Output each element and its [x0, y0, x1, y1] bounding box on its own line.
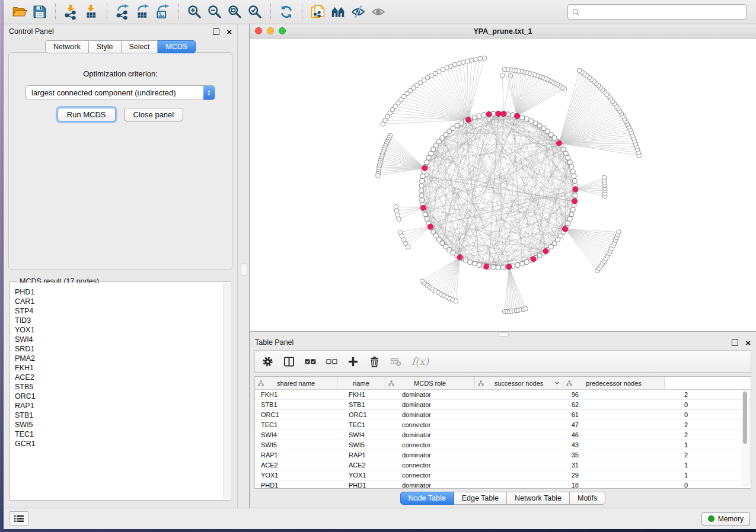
table-cell[interactable]: SWI5 — [255, 440, 343, 450]
table-scrollbar[interactable] — [742, 390, 749, 486]
table-cell[interactable]: 96 — [491, 390, 587, 399]
zoom-fit-button[interactable] — [225, 2, 245, 21]
table-cell[interactable]: 62 — [491, 400, 587, 409]
network-canvas[interactable] — [250, 39, 756, 331]
zoom-selected-button[interactable] — [245, 2, 265, 21]
table-cell[interactable]: connector — [396, 460, 491, 470]
mcds-result-item[interactable]: SRD1 — [15, 344, 230, 354]
export-network-button[interactable] — [113, 2, 133, 21]
table-cell[interactable]: 2 — [587, 420, 696, 430]
table-cell[interactable]: dominator — [396, 410, 491, 419]
export-image-button[interactable] — [153, 2, 173, 21]
mcds-result-list[interactable]: PHD1CAR1STP4TID3YOX1SWI4SRD1PMA2FKH1ACE2… — [11, 283, 230, 499]
mcds-result-item[interactable]: YOX1 — [15, 325, 230, 335]
table-cell[interactable]: ACE2 — [255, 460, 343, 470]
table-cell[interactable]: 46 — [491, 430, 587, 440]
zoom-out-button[interactable] — [205, 2, 225, 21]
table-cell[interactable]: 2 — [587, 450, 696, 460]
table-cell[interactable]: RAP1 — [255, 450, 343, 460]
tab-node-table[interactable]: Node Table — [400, 492, 454, 505]
window-minimize-icon[interactable] — [267, 27, 274, 34]
float-panel-icon[interactable] — [732, 339, 738, 346]
mcds-result-item[interactable]: ACE2 — [15, 373, 230, 382]
optimization-criterion-select[interactable]: largest connected component (undirected) — [25, 85, 215, 100]
mcds-result-item[interactable]: STB1 — [15, 411, 230, 420]
table-cell[interactable]: TEC1 — [343, 420, 396, 430]
table-cell[interactable]: 61 — [491, 410, 587, 419]
select-all-button[interactable] — [305, 356, 316, 367]
vertical-splitter[interactable] — [238, 24, 250, 508]
table-row[interactable]: RAP1RAP1dominator352 — [255, 450, 751, 460]
float-panel-icon[interactable] — [213, 28, 219, 35]
node-table[interactable]: shared namenameMCDS rolesuccessor nodesp… — [254, 376, 751, 489]
table-cell[interactable]: 0 — [587, 410, 696, 419]
table-cell[interactable]: STB1 — [255, 400, 343, 409]
close-panel-icon[interactable]: × — [227, 27, 232, 36]
first-neighbors-button[interactable] — [328, 2, 348, 21]
table-row[interactable]: ACE2ACE2connector311 — [255, 460, 751, 470]
save-session-button[interactable] — [30, 2, 50, 21]
table-cell[interactable]: connector — [396, 420, 491, 430]
table-row[interactable]: PHD1PHD1dominator180 — [255, 480, 751, 488]
mcds-result-item[interactable]: ORC1 — [15, 392, 230, 401]
tab-network-table[interactable]: Network Table — [507, 492, 570, 505]
table-cell[interactable]: connector — [396, 470, 491, 480]
table-cell[interactable]: 18 — [491, 480, 587, 488]
mcds-result-item[interactable]: CAR1 — [15, 297, 230, 306]
refresh-button[interactable] — [276, 2, 296, 21]
result-scrollbar[interactable] — [223, 283, 230, 499]
export-table-button[interactable] — [133, 2, 153, 21]
table-cell[interactable]: TEC1 — [255, 420, 343, 430]
table-cell[interactable]: SWI4 — [255, 430, 343, 440]
mcds-result-item[interactable]: SWI5 — [15, 420, 230, 430]
table-cell[interactable]: connector — [396, 440, 491, 450]
table-row[interactable]: FKH1FKH1dominator962 — [255, 390, 751, 400]
table-cell[interactable]: 35 — [491, 450, 587, 460]
mcds-result-item[interactable]: TEC1 — [15, 430, 230, 439]
tab-style[interactable]: Style — [89, 40, 122, 53]
window-maximize-icon[interactable] — [279, 27, 286, 34]
table-cell[interactable]: dominator — [396, 400, 491, 409]
import-network-button[interactable] — [61, 2, 81, 21]
table-cell[interactable]: YOX1 — [343, 470, 396, 480]
table-cell[interactable]: dominator — [396, 480, 491, 488]
hide-selected-button[interactable] — [348, 2, 368, 21]
table-row[interactable]: ORC1ORC1dominator610 — [255, 410, 751, 420]
mcds-result-item[interactable]: RAP1 — [15, 401, 230, 411]
table-cell[interactable]: STB1 — [343, 400, 396, 409]
mcds-result-item[interactable]: TID3 — [15, 316, 230, 325]
column-header-name[interactable]: name — [337, 377, 385, 389]
open-file-button[interactable] — [9, 2, 30, 21]
table-cell[interactable]: YOX1 — [255, 470, 343, 480]
table-cell[interactable]: 47 — [491, 420, 587, 430]
horizontal-splitter[interactable] — [250, 331, 756, 336]
table-cell[interactable]: ORC1 — [255, 410, 343, 419]
table-row[interactable]: TEC1TEC1connector472 — [255, 420, 751, 430]
table-cell[interactable]: FKH1 — [343, 390, 396, 399]
table-cell[interactable]: PHD1 — [255, 480, 343, 488]
import-table-button[interactable] — [81, 2, 101, 21]
table-cell[interactable]: 29 — [491, 470, 587, 480]
table-cell[interactable]: dominator — [396, 430, 491, 440]
table-cell[interactable]: dominator — [396, 450, 491, 460]
mcds-result-item[interactable]: FKH1 — [15, 363, 230, 373]
zoom-in-button[interactable] — [184, 2, 205, 21]
search-input[interactable] — [583, 7, 742, 17]
mcds-result-item[interactable]: GCR1 — [15, 439, 230, 448]
column-header-successor-nodes[interactable]: successor nodes — [475, 377, 563, 389]
memory-button[interactable]: Memory — [701, 512, 750, 525]
close-panel-icon[interactable]: × — [745, 338, 751, 347]
splitter-handle[interactable] — [241, 264, 247, 275]
column-header-predecessor-nodes[interactable]: predecessor nodes — [563, 377, 665, 389]
tab-network[interactable]: Network — [45, 40, 89, 53]
close-panel-button[interactable]: Close panel — [124, 108, 184, 121]
table-cell[interactable]: 1 — [587, 440, 696, 450]
tab-edge-table[interactable]: Edge Table — [454, 492, 507, 505]
tab-motifs[interactable]: Motifs — [570, 492, 605, 505]
gear-button[interactable] — [262, 356, 273, 367]
table-row[interactable]: SWI5SWI5connector431 — [255, 440, 751, 450]
table-cell[interactable]: ORC1 — [343, 410, 396, 419]
network-graph[interactable] — [250, 39, 756, 331]
deselect-all-button[interactable] — [326, 356, 337, 367]
mcds-result-item[interactable]: PHD1 — [15, 287, 230, 297]
